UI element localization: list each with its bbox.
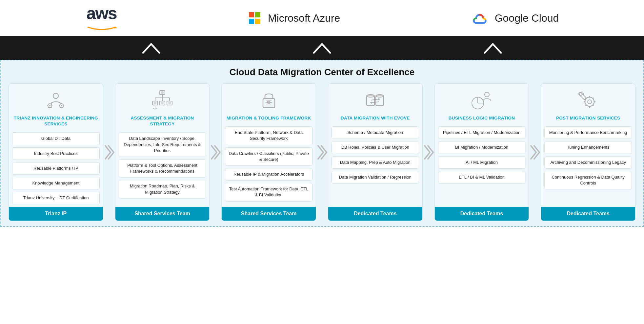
list-item: Trianz University – DT Certification <box>12 192 100 204</box>
list-item: Tuning Enhancements <box>544 141 632 154</box>
svg-line-11 <box>48 107 49 107</box>
arrow-4 <box>423 83 434 221</box>
data-transfer-icon <box>364 89 387 112</box>
svg-point-48 <box>485 92 489 97</box>
arrow-3 <box>316 83 328 221</box>
list-item: AI / ML Migration <box>438 156 526 169</box>
arrow-5 <box>529 83 541 221</box>
azure-logo: Microsoft Azure <box>249 12 340 24</box>
lock-data-icon <box>257 89 280 112</box>
col-trianz-title: TRIANZ INNOVATION & ENGINEERING SERVICES <box>13 115 99 127</box>
list-item: Industry Best Practices <box>12 147 100 160</box>
col-trianz: TRIANZ INNOVATION & ENGINEERING SERVICES… <box>9 83 103 221</box>
svg-point-3 <box>49 105 50 106</box>
col-business-logic-title: BUSINESS LOGIC MIGRATION <box>449 115 515 121</box>
ms-grid-icon <box>249 12 261 24</box>
aws-logo: aws <box>85 5 118 32</box>
svg-line-10 <box>51 104 52 104</box>
col-post-migration-header: POST MIGRATION SERVICES <box>541 84 635 124</box>
gcloud-icon <box>471 11 488 25</box>
col-assessment-header: ASSESSMENT & MIGRATION STRATEGY <box>115 84 210 130</box>
main-content: Cloud Data Migration Center of Excellenc… <box>0 60 644 227</box>
col-data-migration-footer: Dedicated Teams <box>328 207 422 221</box>
chevron-bar <box>0 36 644 60</box>
gcloud-logo: Google Cloud <box>471 11 559 25</box>
col-migration-tooling-title: MIGRATION & TOOLING FRAMEWORK <box>227 115 311 121</box>
chevron-3-icon <box>483 41 503 54</box>
col-business-logic-footer: Dedicated Teams <box>435 207 529 221</box>
list-item: Data Landscape Inventory / Scope, Depend… <box>119 132 206 157</box>
list-item: Test Automation Framework for Data, ETL … <box>225 183 312 201</box>
list-item: Data Migration Validation / Regression <box>332 171 419 184</box>
col-post-migration-footer: Dedicated Teams <box>541 207 635 221</box>
list-item: Continuous Regression & Data Quality Con… <box>544 171 632 189</box>
svg-point-19 <box>161 91 164 94</box>
col-post-migration-items: Monitoring & Performance Benchmarking Tu… <box>541 124 635 207</box>
col-data-migration-header: DATA MIGRATION WITH EVOVE <box>328 84 422 124</box>
list-item: Reusable IP & Migration Accelerators <box>225 168 312 181</box>
wrench-gear-icon <box>577 89 600 112</box>
list-item: Archiving and Decommissioning Legacy <box>544 156 632 169</box>
svg-line-61 <box>585 105 586 106</box>
col-data-migration-title: DATA MIGRATION WITH EVOVE <box>341 115 410 121</box>
svg-marker-45 <box>378 98 380 100</box>
col-trianz-header: TRIANZ INNOVATION & ENGINEERING SERVICES <box>9 84 103 130</box>
svg-rect-32 <box>263 98 275 108</box>
list-item: End State Platform, Network & Data Secur… <box>225 126 312 145</box>
svg-point-13 <box>61 105 62 106</box>
svg-point-37 <box>267 101 268 102</box>
list-item: Data Mapping, Prep & Auto Migration <box>332 156 419 169</box>
list-item: Data Crawlers / Classifiers (Public, Pri… <box>225 147 312 166</box>
svg-marker-47 <box>370 102 372 104</box>
columns-wrapper: TRIANZ INNOVATION & ENGINEERING SERVICES… <box>9 83 635 221</box>
svg-point-39 <box>269 101 270 102</box>
list-item: Migration Roadmap, Plan, Risks & Migrati… <box>119 180 206 198</box>
svg-marker-0 <box>114 27 117 29</box>
list-item: ETL / BI & ML Validation <box>438 171 526 184</box>
list-item: Pipelines / ETL Migration / Modernizatio… <box>438 126 526 139</box>
col-trianz-items: Global DT Data Industry Best Practices R… <box>9 130 103 207</box>
org-chart-icon <box>151 89 174 112</box>
svg-line-8 <box>48 104 49 104</box>
col-migration-tooling-items: End State Platform, Network & Data Secur… <box>222 124 316 207</box>
list-item: Reusable Platforms / IP <box>12 162 100 175</box>
arrow-1 <box>103 83 115 221</box>
chevron-2-icon <box>312 41 332 54</box>
gcloud-label: Google Cloud <box>495 12 559 24</box>
col-migration-tooling-footer: Shared Services Team <box>222 207 316 221</box>
svg-line-59 <box>593 105 594 106</box>
chevron-1-icon <box>141 41 161 54</box>
arrow-2 <box>210 83 221 221</box>
svg-point-28 <box>161 102 164 104</box>
aws-smile-icon <box>85 26 118 32</box>
col-business-logic: BUSINESS LOGIC MIGRATION Pipelines / ETL… <box>434 83 529 221</box>
main-title: Cloud Data Migration Center of Excellenc… <box>9 67 635 77</box>
list-item: Platform & Tool Options, Assessment Fram… <box>119 159 206 178</box>
svg-point-1 <box>53 93 58 98</box>
svg-point-53 <box>588 100 592 104</box>
col-data-migration: DATA MIGRATION WITH EVOVE Schema / Metad… <box>328 83 423 221</box>
svg-point-38 <box>268 101 269 102</box>
col-assessment: ASSESSMENT & MIGRATION STRATEGY Data Lan… <box>115 83 210 221</box>
svg-line-9 <box>51 107 52 107</box>
pie-chart-person-icon <box>470 89 493 112</box>
col-post-migration-title: POST MIGRATION SERVICES <box>556 115 620 121</box>
svg-point-26 <box>154 102 156 104</box>
col-data-migration-items: Schema / Metadata Migration DB Roles, Po… <box>328 124 422 207</box>
list-item: Knowledge Management <box>12 177 100 189</box>
col-post-migration: POST MIGRATION SERVICES Monitoring & Per… <box>541 83 635 221</box>
list-item: Schema / Metadata Migration <box>332 126 419 139</box>
col-assessment-items: Data Landscape Inventory / Scope, Depend… <box>115 130 210 207</box>
aws-text: aws <box>86 5 116 22</box>
col-trianz-footer: Trianz IP <box>9 207 103 221</box>
gear-people-icon <box>44 89 67 112</box>
list-item: Monitoring & Performance Benchmarking <box>544 126 632 139</box>
col-business-logic-header: BUSINESS LOGIC MIGRATION <box>435 84 529 124</box>
svg-line-60 <box>593 98 594 99</box>
col-assessment-footer: Shared Services Team <box>115 207 210 221</box>
col-migration-tooling-header: MIGRATION & TOOLING FRAMEWORK <box>222 84 316 124</box>
list-item: BI Migration / Modernization <box>438 141 526 154</box>
list-item: Global DT Data <box>12 132 100 145</box>
col-business-logic-items: Pipelines / ETL Migration / Modernizatio… <box>435 124 529 207</box>
azure-label: Microsoft Azure <box>268 12 340 24</box>
